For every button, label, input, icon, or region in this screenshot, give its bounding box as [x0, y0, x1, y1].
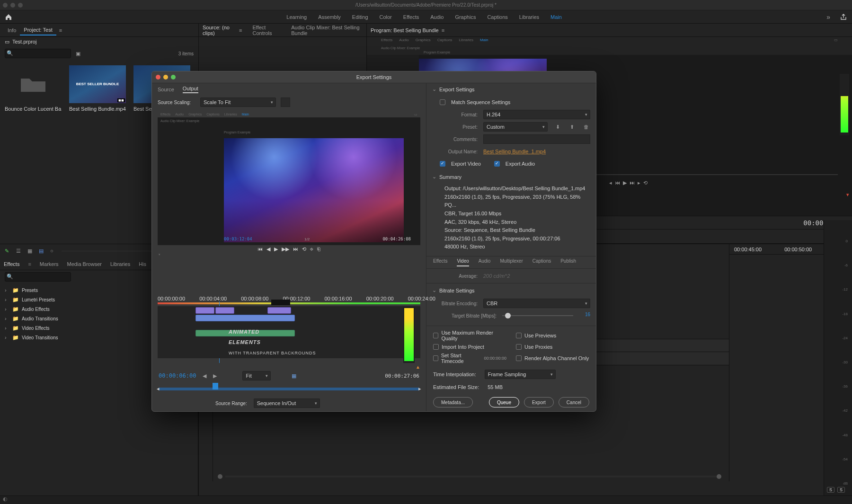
- loop-icon[interactable]: ⟲: [302, 246, 306, 252]
- tab-history[interactable]: His: [139, 261, 146, 267]
- crop-button[interactable]: [281, 97, 290, 107]
- window-traffic-lights[interactable]: [3, 3, 23, 8]
- cancel-button[interactable]: Cancel: [559, 397, 589, 407]
- tab-effect-controls[interactable]: Effect Controls: [252, 25, 281, 36]
- zoom-scrollbar-handle[interactable]: [218, 474, 222, 479]
- match-sequence-checkbox[interactable]: [440, 99, 445, 105]
- enc-tab-publish[interactable]: Publish: [560, 258, 576, 266]
- aspect-icon[interactable]: ▦: [292, 373, 296, 379]
- chevron-down-icon[interactable]: ⌄: [432, 174, 436, 180]
- delete-preset-icon[interactable]: 🗑: [582, 123, 590, 131]
- use-proxies-checkbox[interactable]: [516, 344, 522, 350]
- export-range-slider[interactable]: ◂ ▸: [152, 383, 426, 395]
- comments-input[interactable]: [483, 134, 590, 144]
- project-item-bin[interactable]: Bounce Color Lucent Ba...21 items: [5, 65, 62, 112]
- tab-media-browser[interactable]: Media Browser: [67, 261, 102, 267]
- transport-icon[interactable]: ◀: [266, 246, 270, 252]
- target-bitrate-slider[interactable]: 16: [502, 311, 590, 320]
- enc-tab-audio[interactable]: Audio: [479, 258, 491, 266]
- warning-icon[interactable]: ▲: [416, 364, 420, 370]
- workspace-libraries[interactable]: Libraries: [519, 14, 539, 20]
- workspace-audio[interactable]: Audio: [430, 14, 444, 20]
- panel-menu-icon[interactable]: ≡: [59, 27, 62, 33]
- workspace-learning[interactable]: Learning: [286, 14, 307, 20]
- program-title[interactable]: Program: Best Selling Bundle: [371, 27, 439, 33]
- tab-info[interactable]: Info: [4, 26, 20, 35]
- workspace-overflow-icon[interactable]: »: [826, 13, 830, 21]
- tab-markers[interactable]: Markers: [40, 261, 59, 267]
- source-range-select[interactable]: Sequence In/Out: [254, 398, 320, 408]
- export-audio-checkbox[interactable]: [494, 161, 500, 167]
- timeline-clip[interactable]: [195, 315, 295, 321]
- source-tab[interactable]: Source: (no clips): [203, 25, 236, 36]
- close-dot[interactable]: [156, 75, 160, 80]
- tab-effects[interactable]: Effects: [4, 261, 19, 267]
- use-previews-checkbox[interactable]: [516, 333, 522, 338]
- project-item-clip[interactable]: BEST SELLER BUNDLE ◼◼ Best Selling Bundl…: [69, 65, 126, 112]
- prog-ctrl-icon[interactable]: ▶: [623, 180, 627, 186]
- dialog-traffic-lights[interactable]: [156, 75, 176, 80]
- transport-icon[interactable]: ⎗: [317, 246, 320, 252]
- max-dot[interactable]: [171, 75, 176, 80]
- new-bin-icon[interactable]: ▣: [76, 51, 80, 57]
- export-timeline[interactable]: 00:00:00:00 00:00:04:00 00:00:08:00 00:0…: [152, 293, 426, 369]
- workspace-color[interactable]: Color: [380, 14, 392, 20]
- prog-ctrl-icon[interactable]: ⏮: [615, 180, 620, 186]
- time-interpolation-select[interactable]: Frame Sampling: [485, 370, 556, 379]
- save-preset-icon[interactable]: ⬇: [553, 123, 562, 131]
- format-select[interactable]: H.264: [483, 110, 590, 119]
- workspace-editing[interactable]: Editing: [352, 14, 368, 20]
- prev-keyframe-icon[interactable]: ◀: [203, 373, 206, 379]
- export-button[interactable]: Export: [524, 397, 554, 407]
- metadata-button[interactable]: Metadata...: [433, 397, 473, 407]
- export-playhead-tc[interactable]: 00:00:06:00: [159, 372, 196, 379]
- workspace-main[interactable]: Main: [550, 14, 562, 20]
- transport-icon[interactable]: ▶▶: [282, 246, 289, 252]
- enc-tab-video[interactable]: Video: [457, 258, 469, 266]
- workspace-effects[interactable]: Effects: [403, 14, 419, 20]
- bitrate-encoding-select[interactable]: CBR: [483, 299, 590, 308]
- preset-select[interactable]: Custom: [483, 122, 548, 132]
- tab-project[interactable]: Project: Test: [20, 25, 56, 35]
- max-render-checkbox[interactable]: [433, 333, 438, 338]
- chevron-down-icon[interactable]: ⌄: [432, 86, 436, 92]
- panel-menu-icon[interactable]: ≡: [442, 27, 444, 33]
- prog-ctrl-icon[interactable]: ◂: [609, 180, 612, 186]
- min-dot[interactable]: [10, 3, 15, 8]
- home-icon[interactable]: [5, 13, 12, 21]
- prog-ctrl-icon[interactable]: ▸: [638, 180, 640, 186]
- workspace-graphics[interactable]: Graphics: [455, 14, 476, 20]
- workspace-captions[interactable]: Captions: [487, 14, 507, 20]
- timeline-clip[interactable]: [215, 307, 234, 314]
- fit-select[interactable]: Fit: [242, 371, 271, 380]
- set-start-tc-checkbox[interactable]: [433, 355, 438, 361]
- solo-button[interactable]: S: [837, 487, 845, 493]
- transport-icon[interactable]: ⏭: [293, 246, 298, 252]
- transport-icon[interactable]: ⎆: [310, 246, 313, 252]
- project-search-input[interactable]: [5, 49, 71, 58]
- solo-button[interactable]: S: [827, 487, 834, 493]
- effects-search-input[interactable]: [5, 272, 71, 282]
- max-dot[interactable]: [18, 3, 23, 8]
- render-alpha-checkbox[interactable]: [516, 355, 522, 361]
- export-playhead-handle[interactable]: [213, 383, 218, 389]
- transport-icon[interactable]: ⏮: [257, 246, 263, 252]
- export-preview-stage[interactable]: Audio Clip Mixer: Example Program Exampl…: [158, 117, 420, 245]
- timeline-clip[interactable]: [267, 307, 291, 314]
- chevron-down-icon[interactable]: ⌄: [432, 287, 436, 293]
- import-preset-icon[interactable]: ⬆: [568, 123, 576, 131]
- tab-audio-mixer[interactable]: Audio Clip Mixer: Best Selling Bundle: [291, 25, 363, 36]
- export-video-checkbox[interactable]: [440, 161, 445, 167]
- queue-button[interactable]: Queue: [489, 397, 519, 407]
- breadcrumb[interactable]: ▭ Test.prproj: [0, 37, 198, 46]
- prog-ctrl-icon[interactable]: ⏭: [630, 180, 635, 186]
- zoom-scrollbar-handle[interactable]: [717, 474, 721, 479]
- pen-tool-icon[interactable]: ✎: [5, 248, 11, 255]
- source-scaling-select[interactable]: Scale To Fit: [200, 97, 276, 107]
- mini-close-icon[interactable]: ▭: [414, 113, 417, 116]
- tab-libraries[interactable]: Libraries: [110, 261, 130, 267]
- min-dot[interactable]: [163, 75, 168, 80]
- close-panel-icon[interactable]: ▭: [834, 38, 838, 44]
- tab-output[interactable]: Output: [183, 86, 198, 93]
- play-icon[interactable]: ▶: [274, 246, 278, 252]
